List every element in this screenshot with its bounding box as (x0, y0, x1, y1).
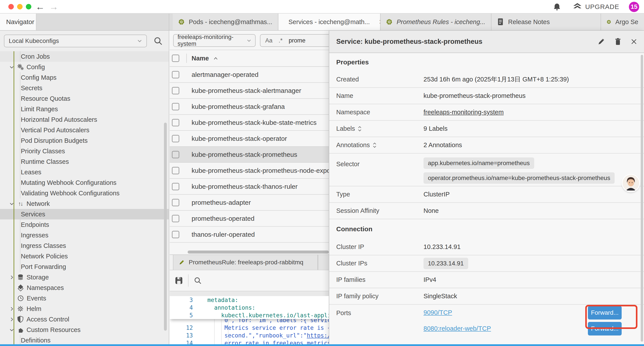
sidebar-item-config[interactable]: Config (0, 62, 169, 72)
horizontal-scrollbar[interactable] (188, 251, 329, 254)
sidebar-item-priority-classes[interactable]: Priority Classes (0, 146, 169, 156)
sidebar-item-definitions[interactable]: Definitions (0, 335, 169, 346)
select-all-checkbox[interactable] (172, 54, 179, 62)
property-label: Cluster IP (336, 243, 424, 251)
notifications-bell-icon[interactable] (553, 3, 561, 10)
save-icon[interactable] (175, 277, 183, 285)
edit-icon[interactable] (598, 38, 605, 45)
sidebar-item-config-maps[interactable]: Config Maps (0, 72, 169, 83)
table-search-input[interactable]: Aa .* prome (260, 34, 329, 47)
notification-count-badge[interactable]: 15 (629, 2, 639, 12)
column-header-name[interactable]: Name (192, 55, 209, 62)
table-row[interactable]: kube-prometheus-stack-thanos-ruler (170, 179, 329, 195)
regex-icon[interactable]: .* (278, 37, 282, 44)
dock-tab-prometheusrule[interactable]: PrometheusRule: freeleaps-prod-rabbitmq (173, 255, 318, 270)
tab-prometheus-rules[interactable]: Prometheus Rules - icecheng... (380, 13, 492, 30)
tab-services[interactable]: Services - icecheng@math... × (278, 13, 380, 30)
yaml-editor[interactable]: 3metadata: 4annotations: 5kubectl.kubern… (170, 296, 329, 346)
sidebar-scrollbar[interactable] (164, 123, 167, 331)
sidebar-item-leases[interactable]: Leases (0, 167, 169, 177)
property-value: ClusterIP (424, 191, 450, 198)
port-link-8080[interactable]: 8080:reloader-web/TCP (424, 325, 491, 332)
row-checkbox[interactable] (172, 215, 179, 222)
sidebar-item-pod-disruption-budgets[interactable]: Pod Disruption Budgets (0, 135, 169, 146)
expand-toggle-icon[interactable] (358, 126, 362, 132)
sidebar-item-horizontal-pod-autoscalers[interactable]: Horizontal Pod Autoscalers (0, 114, 169, 125)
upgrade-button[interactable]: UPGRADE (573, 3, 619, 10)
table-row[interactable]: kube-prometheus-stack-alertmanager (170, 83, 329, 99)
namespace-link[interactable]: freeleaps-monitoring-system (424, 109, 504, 116)
tab-argo[interactable]: Argo Se (601, 13, 644, 30)
sidebar-item-secrets[interactable]: Secrets (0, 83, 169, 93)
delete-trash-icon[interactable] (615, 38, 621, 45)
sidebar-item-storage[interactable]: Storage (0, 272, 169, 283)
tab-navigator[interactable]: Navigator (0, 13, 36, 30)
editor-search-icon[interactable] (194, 277, 202, 285)
table-row[interactable]: prometheus-operated (170, 211, 329, 227)
sidebar-item-namespaces[interactable]: Namespaces (0, 283, 169, 293)
row-checkbox[interactable] (172, 119, 179, 126)
table-row[interactable]: kube-prometheus-stack-prometheus-node-ex… (170, 163, 329, 179)
sidebar-item-validating-webhook-configurations[interactable]: Validating Webhook Configurations (0, 188, 169, 198)
sidebar-item-mutating-webhook-configurations[interactable]: Mutating Webhook Configurations (0, 177, 169, 188)
table-row[interactable]: alertmanager-operated (170, 67, 329, 83)
sidebar-item-runtime-classes[interactable]: Runtime Classes (0, 156, 169, 167)
indent-guide (228, 319, 228, 346)
expand-toggle-icon[interactable] (373, 142, 376, 148)
sidebar-item-ingress-classes[interactable]: Ingress Classes (0, 240, 169, 251)
back-button[interactable]: ← (36, 0, 45, 13)
table-row[interactable]: kube-prometheus-stack-operator (170, 131, 329, 147)
sidebar-item-label: Cron Jobs (21, 53, 50, 60)
sidebar-item-cron-jobs[interactable]: Cron Jobs (0, 51, 169, 62)
bottom-accent-bar (0, 344, 644, 346)
sidebar-item-events[interactable]: Events (0, 293, 169, 304)
row-checkbox[interactable] (172, 151, 179, 158)
sort-asc-icon[interactable] (214, 57, 218, 60)
close-tab-icon[interactable]: × (379, 18, 380, 26)
sidebar-search-icon[interactable] (154, 36, 163, 45)
namespace-select[interactable]: freeleaps-monitoring-system (173, 34, 256, 47)
sidebar-item-resource-quotas[interactable]: Resource Quotas (0, 93, 169, 104)
match-case-icon[interactable]: Aa (265, 37, 272, 44)
sidebar-item-network-policies[interactable]: Network Policies (0, 251, 169, 262)
sidebar-item-port-forwarding[interactable]: Port Forwarding (0, 262, 169, 272)
user-avatar[interactable] (622, 175, 639, 191)
close-drawer-icon[interactable] (631, 38, 637, 45)
row-checkbox[interactable] (172, 199, 179, 206)
row-checkbox[interactable] (172, 103, 179, 110)
tab-pods[interactable]: Pods - icecheng@mathmas... (173, 13, 278, 30)
dock-tab-next[interactable] (318, 255, 329, 270)
table-row[interactable]: prometheus-adapter (170, 195, 329, 211)
row-checkbox[interactable] (172, 87, 179, 94)
sidebar-item-access-control[interactable]: Access Control (0, 314, 169, 325)
table-row[interactable]: thanos-ruler-operated (170, 227, 329, 243)
port-link-9090[interactable]: 9090/TCP (424, 309, 452, 316)
sidebar-item-services[interactable]: Services (0, 209, 169, 219)
minimize-window-button[interactable] (17, 4, 22, 9)
zoom-window-button[interactable] (26, 4, 31, 9)
service-name: thanos-ruler-operated (192, 231, 255, 238)
forward-button[interactable]: → (49, 0, 58, 13)
kubeconfig-select[interactable]: Local Kubeconfigs (4, 34, 147, 47)
row-checkbox[interactable] (172, 135, 179, 142)
sidebar-item-custom-resources[interactable]: Custom Resources (0, 325, 169, 335)
table-row[interactable]: kube-prometheus-stack-grafana (170, 99, 329, 115)
table-row-selected[interactable]: kube-prometheus-stack-prometheus (170, 147, 329, 163)
row-checkbox[interactable] (172, 231, 179, 238)
sidebar-item-limit-ranges[interactable]: Limit Ranges (0, 104, 169, 114)
drawer-scrollbar[interactable] (641, 55, 643, 342)
property-label: Labels (336, 125, 355, 132)
sidebar-item-helm[interactable]: Helm (0, 304, 169, 314)
code-link-text[interactable]: https://net (307, 332, 329, 339)
property-label: Type (336, 191, 424, 198)
table-row[interactable]: kube-prometheus-stack-kube-state-metrics (170, 115, 329, 131)
sidebar-item-ingresses[interactable]: Ingresses (0, 230, 169, 240)
sidebar-item-vertical-pod-autoscalers[interactable]: Vertical Pod Autoscalers (0, 125, 169, 135)
row-checkbox[interactable] (172, 167, 179, 174)
tab-release-notes[interactable]: Release Notes (492, 13, 601, 30)
row-checkbox[interactable] (172, 71, 179, 78)
row-checkbox[interactable] (172, 183, 179, 190)
sidebar-item-endpoints[interactable]: Endpoints (0, 219, 169, 230)
sidebar-item-network[interactable]: ↑↓ Network (0, 198, 169, 209)
close-window-button[interactable] (8, 4, 14, 9)
